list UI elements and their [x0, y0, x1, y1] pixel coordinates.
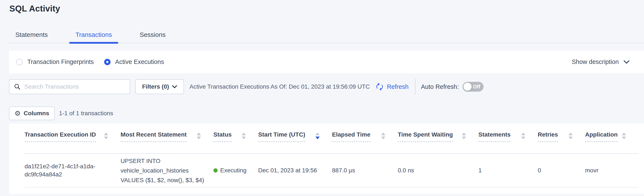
- tab-statements[interactable]: Statements: [9, 27, 54, 43]
- tab-transactions[interactable]: Transactions: [69, 27, 118, 43]
- radio-unselected-icon[interactable]: [16, 59, 22, 65]
- columns-button[interactable]: ⚙ Columns: [9, 107, 55, 120]
- cell-start-time: Dec 01, 2023 at 19:56: [258, 167, 332, 174]
- sort-icon: [462, 133, 466, 139]
- sort-icon: [197, 133, 201, 139]
- sort-icon-desc-active: [316, 133, 320, 139]
- status-executing-icon: [214, 168, 218, 173]
- table-row[interactable]: da1f21e2-de71-4c1f-a1da-dc9fc94a84a2 UPS…: [24, 154, 638, 188]
- sort-icon: [521, 133, 525, 139]
- show-description-toggle[interactable]: Show description: [572, 58, 630, 65]
- transaction-execution-id-link[interactable]: da1f21e2-de71-4c1f-a1da-dc9fc94a84a2: [24, 162, 106, 179]
- cell-application: movr: [585, 167, 638, 174]
- sql-activity-page: SQL Activity Statements Transactions Ses…: [0, 0, 644, 196]
- column-header-time-spent-waiting[interactable]: Time Spent Waiting: [398, 124, 478, 153]
- transactions-table: Transaction Execution ID Most Recent Sta…: [9, 124, 644, 194]
- filters-label: Filters (0): [142, 83, 169, 90]
- toggle-knob-icon: [464, 83, 472, 91]
- tab-sessions[interactable]: Sessions: [133, 27, 172, 43]
- auto-refresh-toggle[interactable]: Off: [462, 82, 484, 92]
- page-title: SQL Activity: [10, 4, 60, 13]
- cell-elapsed-time: 887.0 µs: [332, 167, 398, 174]
- column-header-transaction-execution-id[interactable]: Transaction Execution ID: [24, 124, 120, 153]
- cell-statements: 1: [478, 167, 538, 174]
- refresh-icon: [375, 82, 384, 91]
- radio-label: Transaction Fingerprints: [27, 58, 94, 65]
- column-header-retries[interactable]: Retries: [538, 124, 585, 153]
- radio-label: Active Executions: [115, 58, 164, 65]
- chevron-down-icon: [172, 85, 177, 88]
- cell-retries: 0: [538, 167, 585, 174]
- radio-active-executions[interactable]: Active Executions: [104, 58, 164, 65]
- radio-transaction-fingerprints[interactable]: Transaction Fingerprints: [16, 58, 94, 65]
- statement-text: UPSERT INTO vehicle_location_histories V…: [120, 156, 211, 185]
- toggle-state-label: Off: [473, 82, 480, 92]
- view-options-panel: Transaction Fingerprints Active Executio…: [9, 50, 644, 73]
- chevron-down-icon: [624, 60, 630, 64]
- column-header-status[interactable]: Status: [214, 124, 258, 153]
- radio-selected-icon[interactable]: [104, 59, 110, 65]
- cell-transaction-execution-id: da1f21e2-de71-4c1f-a1da-dc9fc94a84a2: [24, 162, 120, 179]
- cell-time-spent-waiting: 0.0 ns: [398, 167, 478, 174]
- show-description-label: Show description: [572, 58, 619, 65]
- filters-button[interactable]: Filters (0): [135, 79, 184, 94]
- auto-refresh-label: Auto Refresh:: [421, 83, 459, 90]
- as-of-timestamp: Active Transaction Executions As Of: Dec…: [190, 83, 370, 90]
- column-header-start-time[interactable]: Start Time (UTC): [258, 124, 332, 153]
- sort-icon: [381, 133, 386, 139]
- status-label: Executing: [220, 167, 246, 174]
- toolbar-divider: [415, 79, 416, 95]
- refresh-label: Refresh: [387, 83, 409, 90]
- sort-icon: [622, 133, 626, 139]
- gear-icon: ⚙: [14, 109, 21, 117]
- results-count: 1-1 of 1 transactions: [59, 110, 113, 117]
- search-box[interactable]: [9, 79, 130, 94]
- column-header-application[interactable]: Application: [585, 124, 638, 153]
- column-header-elapsed-time[interactable]: Elapsed Time: [332, 124, 398, 153]
- column-header-statements[interactable]: Statements: [478, 124, 538, 153]
- refresh-button[interactable]: Refresh: [375, 82, 409, 91]
- column-header-most-recent-statement[interactable]: Most Recent Statement: [120, 124, 214, 153]
- search-icon: [14, 83, 21, 90]
- cell-status: Executing: [214, 167, 258, 174]
- sort-icon: [104, 133, 108, 139]
- search-input[interactable]: [24, 83, 126, 90]
- table-header-row: Transaction Execution ID Most Recent Sta…: [24, 124, 638, 154]
- table-controls: ⚙ Columns 1-1 of 1 transactions: [9, 107, 113, 120]
- sort-icon: [242, 133, 246, 139]
- toolbar: Filters (0) Active Transaction Execution…: [9, 79, 644, 94]
- columns-button-label: Columns: [24, 110, 49, 117]
- sort-icon: [568, 133, 573, 139]
- tab-bar: Statements Transactions Sessions: [9, 27, 644, 43]
- cell-most-recent-statement: UPSERT INTO vehicle_location_histories V…: [120, 156, 214, 185]
